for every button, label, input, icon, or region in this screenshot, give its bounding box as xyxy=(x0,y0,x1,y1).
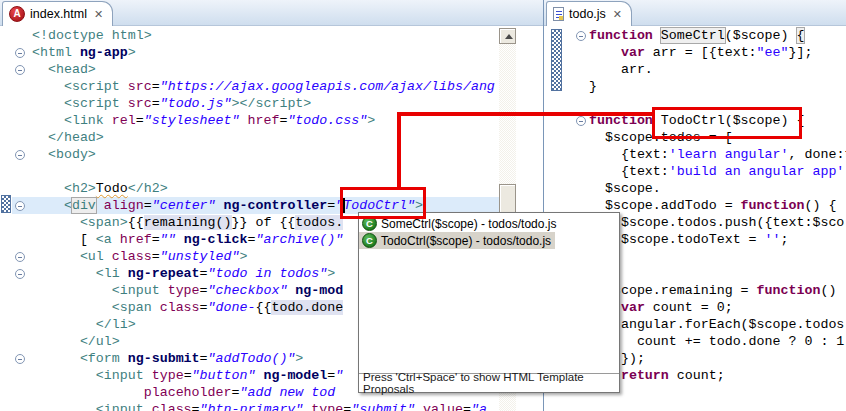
scrollbar-thumb[interactable] xyxy=(499,184,516,214)
completion-item-label: TodoCtrl($scope) - todos/todo.js xyxy=(381,234,551,248)
code-line: $scope.todos.push({text:$sco xyxy=(589,214,846,231)
code-line: <body> xyxy=(32,146,495,163)
code-line: $scope. xyxy=(589,180,846,197)
ide-window: A index.html ✕ todo.js ✕ <!doctype html>… xyxy=(0,0,846,411)
red-highlight-box-js xyxy=(652,107,802,139)
code-line: <input class="btn-primary" type="submit"… xyxy=(32,401,495,411)
range-indicator xyxy=(1,195,11,213)
red-connector-vertical xyxy=(397,116,401,187)
code-line: var count = 0; xyxy=(589,299,846,316)
red-connector-horizontal xyxy=(397,112,654,116)
completion-item[interactable]: C TodoCtrl($scope) - todos/todo.js xyxy=(359,232,555,249)
code-line: $scope.addTodo = function() { xyxy=(589,197,846,214)
code-line: angular.forEach($scope.todos xyxy=(589,316,846,333)
code-line: </head> xyxy=(32,129,495,146)
code-line: $scope.todoText = ''; xyxy=(589,231,846,248)
fold-toggle-icon[interactable] xyxy=(15,65,25,75)
tab-index-html[interactable]: A index.html ✕ xyxy=(2,1,113,26)
tab-todo-js[interactable]: todo.js ✕ xyxy=(546,1,632,26)
code-line xyxy=(589,248,846,265)
footer-text: Press 'Ctrl+Space' to show HTML Template… xyxy=(363,371,615,395)
completion-popup: C SomeCtrl($scope) - todos/todo.js C Tod… xyxy=(358,212,620,393)
fold-toggle-icon[interactable] xyxy=(576,31,586,41)
code-area[interactable]: function SomeCtrl($scope) { var arr = [{… xyxy=(589,27,846,384)
fold-toggle-icon[interactable] xyxy=(15,252,25,262)
fold-toggle-icon[interactable] xyxy=(15,201,25,211)
angular-icon: A xyxy=(9,6,25,22)
popup-footer-hint: Press 'Ctrl+Space' to show HTML Template… xyxy=(359,373,619,392)
fold-toggle-icon[interactable] xyxy=(15,269,25,279)
code-line: <head> xyxy=(32,61,495,78)
code-line: <script src="https://ajax.googleapis.com… xyxy=(32,78,495,95)
tab-bar-right: todo.js ✕ xyxy=(544,0,846,26)
code-line: function SomeCtrl($scope) { xyxy=(589,27,846,44)
code-line: {text:'learn angular', done:t xyxy=(589,146,846,163)
fold-toggle-icon[interactable] xyxy=(15,150,25,160)
fold-toggle-icon[interactable] xyxy=(576,116,586,126)
code-line xyxy=(32,163,495,180)
code-line: count += todo.done ? 0 : 1 xyxy=(589,333,846,350)
code-line: arr. xyxy=(589,61,846,78)
range-indicator xyxy=(551,29,562,91)
code-line: return count; xyxy=(589,367,846,384)
code-line xyxy=(589,265,846,282)
tab-label: todo.js xyxy=(569,7,606,21)
code-line: } xyxy=(589,78,846,95)
fold-toggle-icon[interactable] xyxy=(15,48,25,58)
close-icon[interactable]: ✕ xyxy=(613,8,622,21)
fold-toggle-icon[interactable] xyxy=(15,354,25,364)
js-file-icon xyxy=(553,7,564,21)
code-line: var arr = [{text:"ee"}]; xyxy=(589,44,846,61)
tab-label: index.html xyxy=(30,7,87,21)
code-line: $scope.remaining = function() xyxy=(589,282,846,299)
code-line: {text:'build an angular app' xyxy=(589,163,846,180)
code-line: <!doctype html> xyxy=(32,27,495,44)
red-highlight-box-html xyxy=(340,187,426,219)
close-icon[interactable]: ✕ xyxy=(94,8,103,21)
tab-bar-left: A index.html ✕ xyxy=(0,0,543,26)
code-line: }); xyxy=(589,350,846,367)
code-line: <html ng-app> xyxy=(32,44,495,61)
code-line: <script src="todo.js"></script> xyxy=(32,95,495,112)
scrollbar-up-button[interactable] xyxy=(499,28,516,44)
class-icon: C xyxy=(362,233,377,248)
